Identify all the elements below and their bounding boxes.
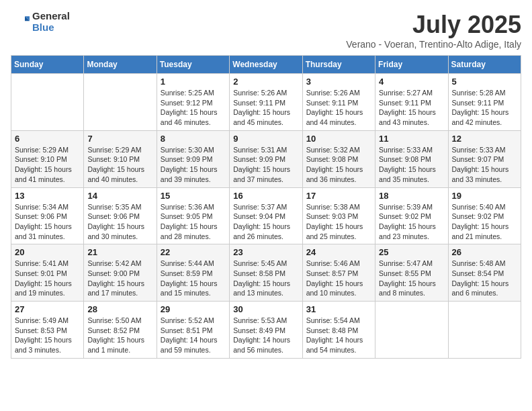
cell-day-number: 16: [233, 191, 298, 201]
cell-day-number: 28: [87, 304, 152, 314]
cell-day-info: Sunrise: 5:45 AM Sunset: 8:58 PM Dayligh…: [233, 259, 298, 298]
page-header: General Blue July 2025 Verano - Voeran, …: [11, 11, 521, 50]
calendar-cell: 24Sunrise: 5:46 AM Sunset: 8:57 PM Dayli…: [302, 244, 375, 302]
cell-day-info: Sunrise: 5:37 AM Sunset: 9:04 PM Dayligh…: [233, 202, 298, 242]
calendar-cell: 10Sunrise: 5:32 AM Sunset: 9:08 PM Dayli…: [302, 130, 375, 187]
calendar-cell: 19Sunrise: 5:40 AM Sunset: 9:02 PM Dayli…: [448, 187, 521, 244]
calendar-cell: 8Sunrise: 5:30 AM Sunset: 9:09 PM Daylig…: [157, 130, 229, 187]
cell-day-number: 24: [306, 247, 371, 257]
calendar-cell: 12Sunrise: 5:33 AM Sunset: 9:07 PM Dayli…: [448, 130, 521, 187]
cell-day-number: 15: [161, 191, 226, 201]
cell-day-info: Sunrise: 5:38 AM Sunset: 9:03 PM Dayligh…: [306, 202, 371, 242]
cell-day-info: Sunrise: 5:41 AM Sunset: 9:01 PM Dayligh…: [15, 259, 80, 298]
cell-day-info: Sunrise: 5:54 AM Sunset: 8:48 PM Dayligh…: [306, 316, 371, 355]
cell-day-info: Sunrise: 5:27 AM Sunset: 9:11 PM Dayligh…: [379, 88, 444, 128]
calendar-cell: 28Sunrise: 5:50 AM Sunset: 8:52 PM Dayli…: [84, 302, 157, 359]
calendar-cell: 1Sunrise: 5:25 AM Sunset: 9:12 PM Daylig…: [157, 74, 229, 131]
cell-day-number: 11: [379, 134, 444, 144]
logo-text: General Blue: [32, 11, 70, 33]
cell-day-number: 6: [15, 134, 80, 144]
cell-day-number: 7: [87, 134, 152, 144]
calendar-week-row: 13Sunrise: 5:34 AM Sunset: 9:06 PM Dayli…: [11, 187, 521, 244]
calendar-cell: 25Sunrise: 5:47 AM Sunset: 8:55 PM Dayli…: [375, 244, 448, 302]
calendar-cell: 6Sunrise: 5:29 AM Sunset: 9:10 PM Daylig…: [11, 130, 84, 187]
calendar-cell: 16Sunrise: 5:37 AM Sunset: 9:04 PM Dayli…: [230, 187, 302, 244]
calendar-cell: 3Sunrise: 5:26 AM Sunset: 9:11 PM Daylig…: [302, 74, 375, 131]
cell-day-number: 31: [306, 304, 371, 314]
calendar-cell: 15Sunrise: 5:36 AM Sunset: 9:05 PM Dayli…: [157, 187, 229, 244]
cell-day-info: Sunrise: 5:28 AM Sunset: 9:11 PM Dayligh…: [452, 88, 517, 128]
cell-day-number: 26: [452, 247, 517, 257]
calendar-cell: 7Sunrise: 5:29 AM Sunset: 9:10 PM Daylig…: [84, 130, 157, 187]
cell-day-number: 12: [452, 134, 517, 144]
cell-day-info: Sunrise: 5:46 AM Sunset: 8:57 PM Dayligh…: [306, 259, 371, 298]
cell-day-number: 30: [233, 304, 298, 314]
cell-day-number: 27: [15, 304, 80, 314]
calendar-cell: [11, 74, 84, 131]
calendar-cell: 5Sunrise: 5:28 AM Sunset: 9:11 PM Daylig…: [448, 74, 521, 131]
cell-day-info: Sunrise: 5:29 AM Sunset: 9:10 PM Dayligh…: [87, 145, 152, 185]
calendar-body: 1Sunrise: 5:25 AM Sunset: 9:12 PM Daylig…: [11, 74, 521, 359]
calendar-cell: 31Sunrise: 5:54 AM Sunset: 8:48 PM Dayli…: [302, 302, 375, 359]
cell-day-info: Sunrise: 5:40 AM Sunset: 9:02 PM Dayligh…: [452, 202, 517, 242]
cell-day-number: 9: [233, 134, 298, 144]
location: Verano - Voeran, Trentino-Alto Adige, It…: [346, 39, 521, 50]
cell-day-info: Sunrise: 5:52 AM Sunset: 8:51 PM Dayligh…: [161, 316, 226, 355]
cell-day-number: 3: [306, 77, 371, 87]
cell-day-info: Sunrise: 5:26 AM Sunset: 9:11 PM Dayligh…: [306, 88, 371, 128]
cell-day-number: 10: [306, 134, 371, 144]
day-of-week-header: Tuesday: [157, 56, 229, 74]
day-of-week-header: Sunday: [11, 56, 84, 74]
cell-day-info: Sunrise: 5:39 AM Sunset: 9:02 PM Dayligh…: [379, 202, 444, 242]
logo-icon: [11, 13, 30, 32]
day-of-week-header: Monday: [84, 56, 157, 74]
calendar-week-row: 1Sunrise: 5:25 AM Sunset: 9:12 PM Daylig…: [11, 74, 521, 131]
cell-day-number: 23: [233, 247, 298, 257]
cell-day-info: Sunrise: 5:31 AM Sunset: 9:09 PM Dayligh…: [233, 145, 298, 185]
calendar-week-row: 27Sunrise: 5:49 AM Sunset: 8:53 PM Dayli…: [11, 302, 521, 359]
calendar-cell: 14Sunrise: 5:35 AM Sunset: 9:06 PM Dayli…: [84, 187, 157, 244]
cell-day-number: 13: [15, 191, 80, 201]
calendar-cell: 17Sunrise: 5:38 AM Sunset: 9:03 PM Dayli…: [302, 187, 375, 244]
cell-day-number: 29: [161, 304, 226, 314]
cell-day-info: Sunrise: 5:35 AM Sunset: 9:06 PM Dayligh…: [87, 202, 152, 242]
cell-day-number: 1: [161, 77, 226, 87]
calendar-cell: 20Sunrise: 5:41 AM Sunset: 9:01 PM Dayli…: [11, 244, 84, 302]
calendar-header: SundayMondayTuesdayWednesdayThursdayFrid…: [11, 56, 521, 74]
cell-day-info: Sunrise: 5:32 AM Sunset: 9:08 PM Dayligh…: [306, 145, 371, 185]
calendar-week-row: 6Sunrise: 5:29 AM Sunset: 9:10 PM Daylig…: [11, 130, 521, 187]
cell-day-info: Sunrise: 5:47 AM Sunset: 8:55 PM Dayligh…: [379, 259, 444, 298]
cell-day-info: Sunrise: 5:44 AM Sunset: 8:59 PM Dayligh…: [161, 259, 226, 298]
cell-day-number: 21: [87, 247, 152, 257]
calendar-cell: 29Sunrise: 5:52 AM Sunset: 8:51 PM Dayli…: [157, 302, 229, 359]
calendar-cell: 9Sunrise: 5:31 AM Sunset: 9:09 PM Daylig…: [230, 130, 302, 187]
calendar-week-row: 20Sunrise: 5:41 AM Sunset: 9:01 PM Dayli…: [11, 244, 521, 302]
logo: General Blue: [11, 11, 70, 33]
cell-day-info: Sunrise: 5:33 AM Sunset: 9:08 PM Dayligh…: [379, 145, 444, 185]
cell-day-info: Sunrise: 5:53 AM Sunset: 8:49 PM Dayligh…: [233, 316, 298, 355]
cell-day-number: 22: [161, 247, 226, 257]
cell-day-info: Sunrise: 5:50 AM Sunset: 8:52 PM Dayligh…: [87, 316, 152, 355]
day-of-week-header: Wednesday: [230, 56, 302, 74]
cell-day-number: 5: [452, 77, 517, 87]
svg-rect-0: [11, 13, 30, 32]
cell-day-info: Sunrise: 5:48 AM Sunset: 8:54 PM Dayligh…: [452, 259, 517, 298]
calendar-cell: 26Sunrise: 5:48 AM Sunset: 8:54 PM Dayli…: [448, 244, 521, 302]
cell-day-number: 19: [452, 191, 517, 201]
calendar-cell: [448, 302, 521, 359]
cell-day-info: Sunrise: 5:49 AM Sunset: 8:53 PM Dayligh…: [15, 316, 80, 355]
calendar: SundayMondayTuesdayWednesdayThursdayFrid…: [11, 55, 521, 359]
calendar-cell: [375, 302, 448, 359]
cell-day-info: Sunrise: 5:30 AM Sunset: 9:09 PM Dayligh…: [161, 145, 226, 185]
cell-day-number: 25: [379, 247, 444, 257]
calendar-cell: 11Sunrise: 5:33 AM Sunset: 9:08 PM Dayli…: [375, 130, 448, 187]
day-of-week-header: Friday: [375, 56, 448, 74]
cell-day-number: 8: [161, 134, 226, 144]
cell-day-number: 14: [87, 191, 152, 201]
cell-day-info: Sunrise: 5:25 AM Sunset: 9:12 PM Dayligh…: [161, 88, 226, 128]
cell-day-info: Sunrise: 5:42 AM Sunset: 9:00 PM Dayligh…: [87, 259, 152, 298]
calendar-cell: 13Sunrise: 5:34 AM Sunset: 9:06 PM Dayli…: [11, 187, 84, 244]
calendar-cell: 4Sunrise: 5:27 AM Sunset: 9:11 PM Daylig…: [375, 74, 448, 131]
cell-day-info: Sunrise: 5:26 AM Sunset: 9:11 PM Dayligh…: [233, 88, 298, 128]
cell-day-info: Sunrise: 5:33 AM Sunset: 9:07 PM Dayligh…: [452, 145, 517, 185]
